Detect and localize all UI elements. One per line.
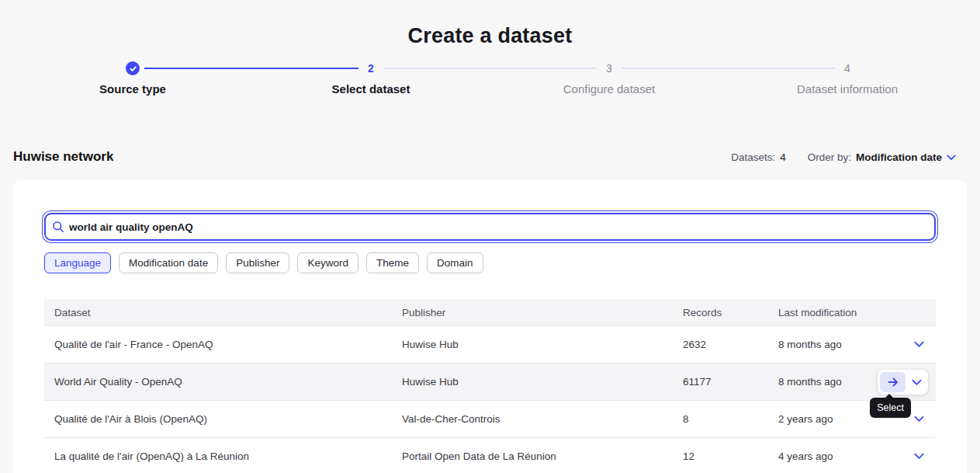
table-row[interactable]: La qualité de l'air (OpenAQ) à La Réunio… [44, 438, 936, 473]
dataset-browser-card: Language Modification date Publisher Key… [13, 180, 967, 473]
records: 12 [683, 450, 778, 462]
chevron-down-icon [914, 416, 924, 423]
dataset-name: World Air Quality - OpenAQ [44, 376, 402, 388]
select-tooltip: Select [870, 398, 911, 418]
datasets-table: Dataset Publisher Records Last modificat… [44, 299, 936, 473]
publisher: Huwise Hub [402, 376, 683, 388]
records: 61177 [683, 376, 778, 388]
select-dataset-button[interactable] [880, 372, 906, 392]
filter-chip-theme[interactable]: Theme [366, 252, 419, 273]
search-bar [44, 213, 936, 241]
records: 2632 [683, 339, 778, 350]
publisher: Huwise Hub [402, 339, 683, 350]
order-by-label: Order by: [808, 151, 851, 163]
chevron-down-icon [914, 341, 924, 348]
filter-chip-modification-date[interactable]: Modification date [119, 252, 218, 273]
dataset-name: Qualité de l'Air à Blois (OpenAQ) [44, 413, 402, 425]
tooltip-text: Select [877, 402, 904, 413]
chevron-down-icon [912, 379, 922, 386]
wizard-stepper: Source type 2 Select dataset 3 Configure… [0, 0, 980, 101]
step-source-type[interactable]: Source type [40, 61, 226, 96]
table-row[interactable]: Qualité de l'Air à Blois (OpenAQ) Val-de… [44, 401, 936, 438]
publisher: Portail Open Data de La Réunion [402, 450, 683, 462]
step-number: 2 [278, 61, 464, 76]
last-modification: 4 years ago [778, 450, 902, 462]
step-number: 3 [516, 61, 702, 76]
datasets-count-label: Datasets: [731, 151, 775, 163]
last-modification: 8 months ago [778, 339, 902, 350]
step-select-dataset[interactable]: 2 Select dataset [278, 61, 464, 96]
table-row[interactable]: Qualité de l'air - France - OpenAQ Huwis… [44, 326, 936, 363]
expand-row-button[interactable] [902, 453, 936, 460]
expand-row-button[interactable] [907, 372, 926, 392]
step-number: 4 [754, 61, 940, 76]
filter-chip-keyword[interactable]: Keyword [297, 252, 358, 273]
column-header-dataset: Dataset [44, 307, 402, 318]
datasets-count-value: 4 [780, 151, 786, 163]
column-header-records: Records [683, 307, 778, 318]
dataset-name: La qualité de l'air (OpenAQ) à La Réunio… [44, 450, 402, 462]
step-completed-check-icon [126, 61, 140, 75]
step-configure-dataset[interactable]: 3 Configure dataset [516, 61, 702, 96]
column-header-last-modification: Last modification [778, 307, 902, 318]
section-title: Huwise network [13, 149, 113, 165]
row-actions [878, 370, 928, 395]
step-label: Select dataset [278, 82, 464, 96]
table-header-row: Dataset Publisher Records Last modificat… [44, 299, 936, 326]
order-by-dropdown[interactable]: Order by: Modification date [808, 151, 956, 163]
dataset-name: Qualité de l'air - France - OpenAQ [44, 339, 402, 350]
chevron-down-icon [947, 155, 956, 161]
filter-chip-domain[interactable]: Domain [427, 252, 483, 273]
expand-row-button[interactable] [902, 341, 936, 348]
search-input[interactable] [44, 213, 936, 241]
search-icon [52, 221, 64, 233]
arrow-right-icon [887, 376, 899, 388]
order-by-value: Modification date [856, 151, 942, 163]
chevron-down-icon [914, 453, 924, 460]
tooltip-arrow [885, 394, 894, 398]
filter-chip-publisher[interactable]: Publisher [226, 252, 289, 273]
column-header-publisher: Publisher [402, 307, 683, 318]
section-header: Huwise network Datasets: 4 Order by: Mod… [13, 149, 956, 165]
publisher: Val-de-Cher-Controis [402, 413, 683, 425]
records: 8 [683, 413, 778, 425]
filter-chip-language[interactable]: Language [44, 252, 111, 273]
table-row[interactable]: World Air Quality - OpenAQ Huwise Hub 61… [44, 363, 936, 401]
step-label: Configure dataset [516, 82, 702, 96]
step-label: Source type [40, 82, 226, 96]
step-dataset-information[interactable]: 4 Dataset information [754, 61, 940, 96]
filter-chips: Language Modification date Publisher Key… [44, 252, 936, 273]
step-label: Dataset information [754, 82, 940, 96]
